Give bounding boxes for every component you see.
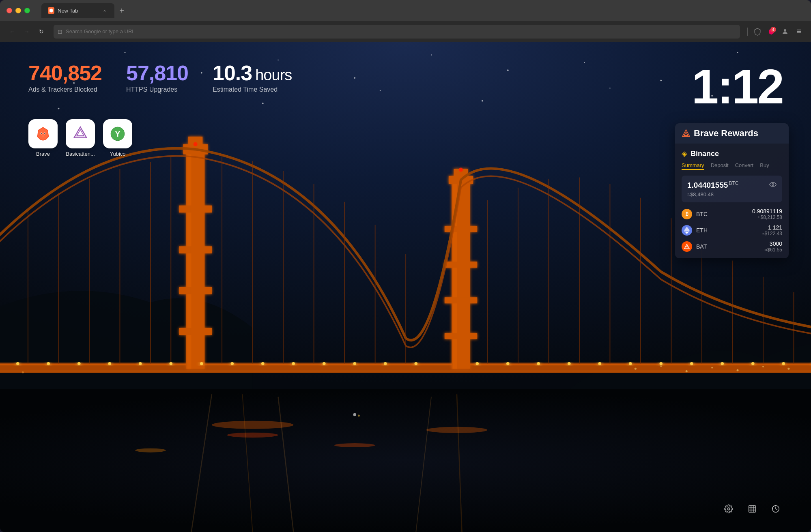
btc-row: ₿ BTC 0.90891119 ≈$8,212.58 bbox=[682, 208, 782, 220]
eth-values: 1.121 ≈$122.43 bbox=[715, 224, 782, 236]
active-tab[interactable]: New Tab × bbox=[41, 3, 114, 18]
menu-icon[interactable]: ≡ bbox=[793, 26, 805, 37]
https-upgrades-value: 57,810 bbox=[126, 62, 188, 84]
btc-usd: ≈$8,212.58 bbox=[715, 215, 782, 220]
yubico-icon-image: Y bbox=[103, 119, 132, 148]
fullscreen-window-button[interactable] bbox=[24, 8, 30, 13]
toolbar-right: 4 ≡ bbox=[752, 26, 805, 37]
svg-point-99 bbox=[415, 362, 418, 365]
svg-point-88 bbox=[77, 362, 81, 365]
svg-point-13 bbox=[737, 52, 738, 53]
tab-close-button[interactable]: × bbox=[101, 7, 108, 14]
svg-point-10 bbox=[507, 69, 509, 71]
ads-blocked-label: Ads & Trackers Blocked bbox=[28, 86, 102, 93]
svg-point-134 bbox=[358, 415, 360, 417]
svg-point-91 bbox=[170, 362, 173, 365]
url-input[interactable] bbox=[66, 28, 736, 34]
back-button[interactable]: ← bbox=[6, 26, 18, 37]
svg-point-27 bbox=[227, 433, 278, 438]
bat-amount: 3000 bbox=[715, 240, 782, 247]
btc-icon: ₿ bbox=[682, 209, 692, 219]
svg-rect-50 bbox=[445, 226, 478, 232]
svg-rect-45 bbox=[179, 328, 212, 335]
svg-point-7 bbox=[278, 60, 279, 61]
shield-icon[interactable] bbox=[752, 26, 763, 37]
svg-point-103 bbox=[568, 362, 571, 365]
rewards-header: Brave Rewards bbox=[675, 123, 789, 144]
eth-icon bbox=[682, 225, 692, 236]
svg-point-9 bbox=[431, 54, 432, 56]
brave-icon-label: Brave bbox=[36, 151, 50, 157]
binance-tab-deposit[interactable]: Deposit bbox=[711, 162, 729, 170]
forward-button[interactable]: → bbox=[21, 26, 32, 37]
svg-point-93 bbox=[231, 362, 234, 365]
settings-icon[interactable] bbox=[722, 502, 736, 516]
svg-rect-42 bbox=[179, 206, 212, 213]
svg-point-122 bbox=[762, 366, 764, 367]
svg-point-21 bbox=[482, 100, 483, 102]
toolbar: ← → ↻ ⊟ 4 ≡ bbox=[0, 21, 811, 42]
eth-row: ETH 1.121 ≈$122.43 bbox=[682, 224, 782, 236]
ads-blocked-value: 740,852 bbox=[28, 62, 102, 84]
svg-point-117 bbox=[635, 368, 637, 370]
bat-icon-label: Basicatten... bbox=[66, 151, 95, 157]
svg-point-105 bbox=[629, 362, 632, 365]
time-saved-stat: 10.3hours Estimated Time Saved bbox=[213, 62, 292, 93]
binance-header: ◈ Binance bbox=[682, 149, 782, 158]
minimize-window-button[interactable] bbox=[15, 8, 21, 13]
address-bar[interactable]: ⊟ bbox=[54, 25, 740, 39]
close-window-button[interactable] bbox=[6, 8, 12, 13]
bookmarks-icon[interactable] bbox=[745, 502, 759, 516]
history-icon[interactable] bbox=[769, 502, 783, 516]
svg-point-115 bbox=[194, 142, 198, 146]
toolbar-divider bbox=[747, 28, 748, 36]
svg-point-8 bbox=[354, 77, 355, 79]
svg-point-154 bbox=[727, 508, 730, 510]
binance-tab-convert[interactable]: Convert bbox=[735, 162, 754, 170]
svg-point-19 bbox=[262, 103, 264, 104]
bat-name: BAT bbox=[696, 243, 711, 250]
yubico-icon-label: Yubico bbox=[110, 151, 125, 157]
svg-text:Y: Y bbox=[115, 129, 120, 138]
svg-point-90 bbox=[139, 362, 142, 365]
svg-point-96 bbox=[323, 362, 326, 365]
svg-point-108 bbox=[721, 362, 724, 365]
svg-point-121 bbox=[737, 369, 739, 371]
app-icon-bat[interactable]: Basicatten... bbox=[66, 119, 95, 157]
svg-point-11 bbox=[584, 62, 585, 63]
svg-rect-43 bbox=[179, 246, 212, 253]
svg-point-138 bbox=[41, 133, 42, 134]
svg-point-109 bbox=[751, 362, 755, 365]
binance-tab-buy[interactable]: Buy bbox=[760, 162, 769, 170]
app-icon-yubico[interactable]: Y Yubico bbox=[103, 119, 132, 157]
svg-rect-41 bbox=[187, 149, 191, 369]
tab-favicon bbox=[48, 7, 54, 14]
eth-amount: 1.121 bbox=[715, 224, 782, 231]
stats-overlay: 740,852 Ads & Trackers Blocked 57,810 HT… bbox=[28, 62, 292, 93]
bat-rewards-icon bbox=[682, 129, 691, 138]
bat-values: 3000 ≈$61.55 bbox=[715, 240, 782, 253]
binance-tab-summary[interactable]: Summary bbox=[682, 162, 704, 170]
svg-point-118 bbox=[660, 365, 662, 367]
bridge-scene bbox=[0, 42, 811, 532]
svg-point-94 bbox=[261, 362, 265, 365]
svg-point-97 bbox=[353, 362, 357, 365]
bottom-icons bbox=[722, 502, 783, 516]
tab-bar: New Tab × + bbox=[41, 3, 805, 18]
rewards-widget: Brave Rewards ◈ Binance Summary Deposit … bbox=[675, 123, 789, 258]
svg-point-104 bbox=[598, 362, 602, 365]
svg-point-101 bbox=[506, 362, 510, 365]
app-icon-brave[interactable]: Brave bbox=[28, 119, 58, 157]
rewards-icon[interactable]: 4 bbox=[766, 26, 777, 37]
svg-point-119 bbox=[686, 370, 688, 372]
svg-point-29 bbox=[135, 448, 166, 453]
profile-icon[interactable] bbox=[779, 26, 791, 37]
svg-rect-155 bbox=[749, 506, 756, 513]
balance-amount-container: 1.04401555BTC bbox=[687, 180, 738, 190]
new-tab-button[interactable]: + bbox=[116, 5, 127, 16]
hide-balance-button[interactable] bbox=[769, 182, 777, 189]
svg-rect-53 bbox=[445, 333, 478, 339]
binance-name: Binance bbox=[691, 150, 719, 158]
reload-button[interactable]: ↻ bbox=[36, 26, 47, 37]
bat-usd: ≈$61.55 bbox=[715, 247, 782, 253]
